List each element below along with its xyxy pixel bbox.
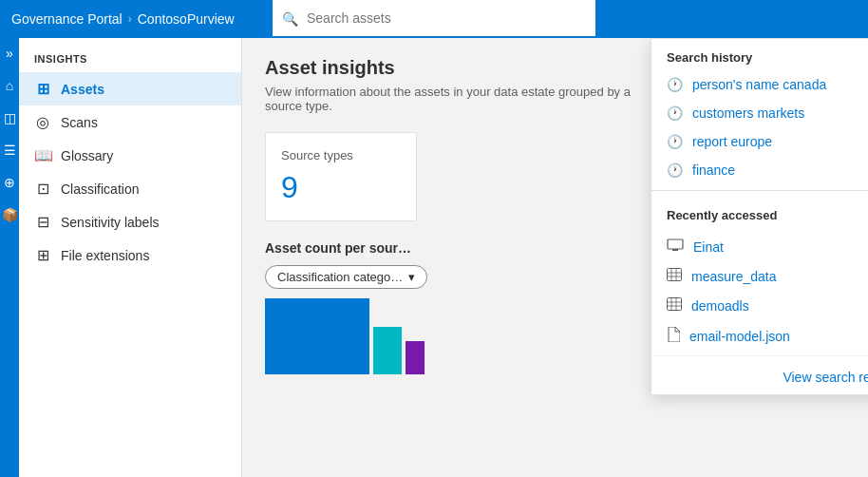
history-item-1[interactable]: 🕐 person's name canada bbox=[651, 70, 868, 99]
recent-item-text-4: email-model.json bbox=[689, 329, 790, 344]
search-icon: 🔍 bbox=[282, 11, 298, 27]
search-dropdown: Search history 🕐 person's name canada 🕐 … bbox=[651, 38, 868, 395]
page-subtitle: View information about the assets in you… bbox=[265, 85, 664, 113]
history-item-text-2: customers markets bbox=[692, 105, 804, 121]
history-item-text-4: finance bbox=[692, 162, 735, 178]
recent-item-text-3: demoadls bbox=[691, 298, 749, 314]
sidebar-item-label-sensitivity: Sensitivity labels bbox=[61, 215, 160, 230]
table-icon-2 bbox=[667, 297, 682, 314]
history-item-text-3: report europe bbox=[692, 134, 772, 149]
history-icon-2: 🕐 bbox=[667, 105, 683, 121]
history-icon-3: 🕐 bbox=[667, 134, 683, 149]
assets-icon: ⊞ bbox=[34, 80, 51, 98]
bar-blue bbox=[265, 298, 369, 374]
svg-rect-1 bbox=[672, 249, 678, 251]
history-item-2[interactable]: 🕐 customers markets bbox=[651, 99, 868, 127]
history-item-text-1: person's name canada bbox=[692, 77, 826, 92]
sidebar-item-label-glossary: Glossary bbox=[61, 148, 113, 163]
history-icon-1: 🕐 bbox=[667, 77, 683, 92]
main-layout: » ⌂ ◫ ☰ ⊕ 📦 Insights ⊞ Assets ◎ Scans 📖 … bbox=[0, 38, 868, 477]
file-extensions-icon: ⊞ bbox=[34, 246, 51, 264]
recent-item-3[interactable]: demoadls bbox=[651, 291, 868, 320]
home-icon[interactable]: ⌂ bbox=[6, 78, 13, 93]
sidebar-item-file-extensions[interactable]: ⊞ File extensions bbox=[19, 238, 241, 272]
svg-rect-7 bbox=[668, 298, 682, 311]
sidebar: Insights ⊞ Assets ◎ Scans 📖 Glossary ⊡ C… bbox=[19, 38, 242, 477]
chevron-double-icon[interactable]: » bbox=[6, 46, 13, 61]
search-bar-container: 🔍 bbox=[273, 0, 595, 38]
content-area: Asset insights View information about th… bbox=[242, 38, 868, 477]
dropdown-divider bbox=[651, 190, 868, 191]
sidebar-item-label-assets: Assets bbox=[61, 82, 104, 97]
bar-purple bbox=[406, 341, 425, 374]
classification-btn-label: Classification catego… bbox=[277, 270, 403, 284]
history-item-3[interactable]: 🕐 report europe bbox=[651, 127, 868, 156]
sidebar-item-sensitivity[interactable]: ⊟ Sensitivity labels bbox=[19, 205, 241, 238]
classification-icon: ⊡ bbox=[34, 180, 51, 198]
recently-accessed-header: Recently accessed View all bbox=[651, 197, 868, 232]
sidebar-item-label-file-extensions: File extensions bbox=[61, 248, 149, 263]
svg-rect-0 bbox=[668, 239, 683, 249]
recent-item-4[interactable]: email-model.json bbox=[651, 320, 868, 352]
glossary-icon: 📖 bbox=[34, 146, 51, 164]
sidebar-item-scans[interactable]: ◎ Scans bbox=[19, 105, 241, 139]
sensitivity-icon: ⊟ bbox=[34, 213, 51, 231]
sidebar-item-classification[interactable]: ⊡ Classification bbox=[19, 172, 241, 205]
monitor-icon-1 bbox=[667, 238, 684, 255]
topbar: Governance Portal › ContosoPurview 🔍 bbox=[0, 0, 868, 38]
recent-item-1[interactable]: Einat bbox=[651, 232, 868, 261]
nav-icon-2[interactable]: ☰ bbox=[4, 143, 16, 158]
source-types-value: 9 bbox=[281, 170, 401, 205]
sidebar-item-label-scans: Scans bbox=[61, 115, 98, 130]
table-icon-1 bbox=[667, 268, 682, 284]
breadcrumb: Governance Portal › ContosoPurview bbox=[11, 11, 235, 27]
nav-icon-3[interactable]: ⊕ bbox=[4, 175, 15, 190]
view-search-results-container: View search results bbox=[651, 355, 868, 394]
recent-item-text-2: measure_data bbox=[691, 269, 777, 284]
sidebar-section-label: Insights bbox=[19, 53, 241, 72]
source-types-card: Source types 9 bbox=[265, 132, 417, 221]
sidebar-item-label-classification: Classification bbox=[61, 181, 139, 197]
nav-icon-1[interactable]: ◫ bbox=[4, 110, 16, 125]
scans-icon: ◎ bbox=[34, 113, 51, 131]
recent-item-2[interactable]: measure_data bbox=[651, 261, 868, 291]
source-types-label: Source types bbox=[281, 148, 401, 162]
portal-name: Governance Portal bbox=[11, 11, 123, 27]
breadcrumb-separator: › bbox=[128, 12, 132, 26]
classification-category-button[interactable]: Classification catego… ▾ bbox=[265, 265, 427, 289]
svg-rect-2 bbox=[668, 269, 682, 281]
nav-icon-4[interactable]: 📦 bbox=[2, 207, 18, 222]
file-icon-1 bbox=[667, 327, 680, 345]
recently-accessed-label: Recently accessed bbox=[667, 208, 777, 222]
chevron-down-icon: ▾ bbox=[408, 270, 415, 284]
sidebar-item-assets[interactable]: ⊞ Assets bbox=[19, 72, 241, 105]
history-item-4[interactable]: 🕐 finance bbox=[651, 156, 868, 184]
view-search-results-link[interactable]: View search results bbox=[783, 370, 868, 385]
sidebar-item-glossary[interactable]: 📖 Glossary bbox=[19, 139, 241, 172]
history-icon-4: 🕐 bbox=[667, 162, 683, 178]
bar-teal bbox=[373, 327, 402, 374]
search-input[interactable] bbox=[273, 0, 595, 38]
recent-item-text-1: Einat bbox=[693, 239, 724, 255]
product-name: ContosoPurview bbox=[138, 11, 235, 27]
search-history-label: Search history bbox=[651, 39, 868, 70]
icon-bar: » ⌂ ◫ ☰ ⊕ 📦 bbox=[0, 38, 19, 477]
